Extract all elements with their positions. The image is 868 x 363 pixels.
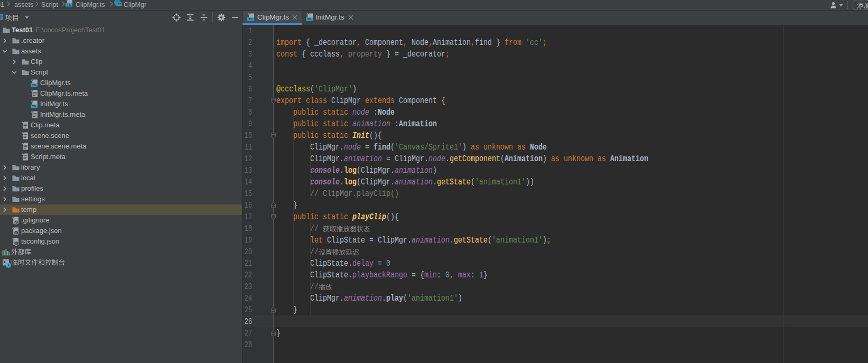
svg-text:TS: TS — [248, 17, 253, 21]
svg-text:TS: TS — [67, 3, 71, 6]
svg-text:TS: TS — [118, 3, 122, 6]
svg-text:TS: TS — [307, 17, 311, 21]
